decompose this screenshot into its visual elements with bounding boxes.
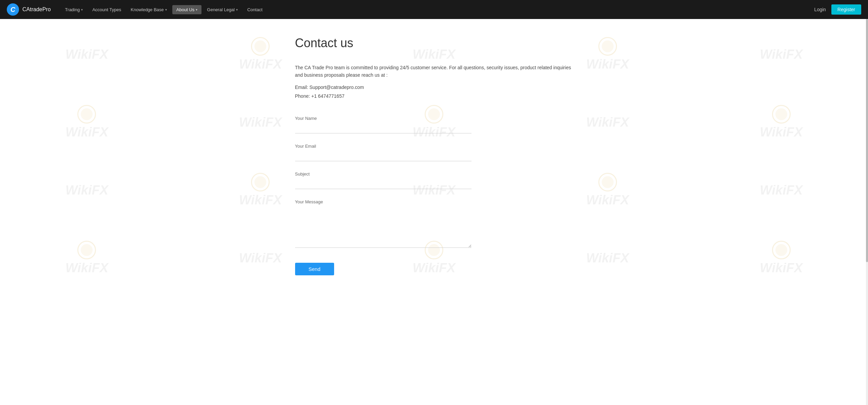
main-content: Contact us The CA Trade Pro team is comm…: [282, 19, 587, 292]
subject-label: Subject: [295, 171, 471, 177]
contact-form: Your Name Your Email Subject Your Messag…: [295, 116, 471, 275]
chevron-down-icon: ▾: [236, 8, 238, 12]
logo[interactable]: C CAtradePro: [7, 3, 51, 16]
login-button[interactable]: Login: [814, 7, 826, 12]
email-label: Your Email: [295, 144, 471, 149]
main-nav: Trading ▾ Account Types Knowledge Base ▾…: [61, 5, 814, 14]
scrollbar-thumb: [866, 19, 868, 262]
email-info: Email: Support@catradepro.com: [295, 85, 573, 90]
message-field-group: Your Message: [295, 199, 471, 249]
contact-section: The CA Trade Pro team is committed to pr…: [295, 64, 573, 99]
email-field-group: Your Email: [295, 144, 471, 161]
send-button[interactable]: Send: [295, 263, 334, 275]
name-field-group: Your Name: [295, 116, 471, 133]
scrollbar[interactable]: [866, 19, 868, 405]
message-label: Your Message: [295, 199, 471, 204]
subject-input[interactable]: [295, 179, 471, 189]
intro-paragraph: The CA Trade Pro team is committed to pr…: [295, 64, 573, 79]
email-input[interactable]: [295, 151, 471, 161]
register-button[interactable]: Register: [831, 4, 861, 15]
nav-about-us[interactable]: About Us ▾: [172, 5, 201, 14]
subject-field-group: Subject: [295, 171, 471, 189]
nav-account-types[interactable]: Account Types: [88, 5, 125, 14]
header: C CAtradePro Trading ▾ Account Types Kno…: [0, 0, 868, 19]
nav-general-legal[interactable]: General Legal ▾: [203, 5, 242, 14]
chevron-down-icon: ▾: [196, 8, 197, 12]
message-textarea[interactable]: [295, 207, 471, 248]
chevron-down-icon: ▾: [81, 8, 83, 12]
brand-name: CAtradePro: [22, 6, 51, 13]
phone-info: Phone: +1 6474771657: [295, 93, 573, 99]
name-input[interactable]: [295, 124, 471, 133]
nav-contact[interactable]: Contact: [243, 5, 267, 14]
name-label: Your Name: [295, 116, 471, 121]
page-title: Contact us: [295, 36, 573, 50]
logo-icon: C: [7, 3, 19, 16]
nav-knowledge-base[interactable]: Knowledge Base ▾: [127, 5, 171, 14]
chevron-down-icon: ▾: [165, 8, 167, 12]
nav-trading[interactable]: Trading ▾: [61, 5, 87, 14]
header-actions: Login Register: [814, 4, 861, 15]
